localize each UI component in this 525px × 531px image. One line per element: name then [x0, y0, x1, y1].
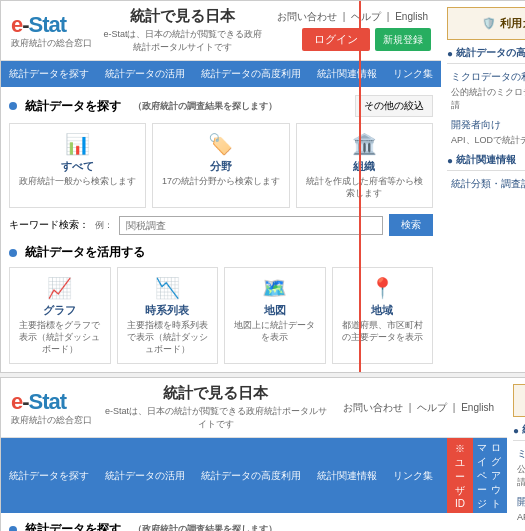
dev-desc-2: API、LODで統計データを取得: [517, 511, 525, 524]
keyword-input[interactable]: [119, 216, 383, 235]
sidebar-2: 🛡️ 利用ガイド ● 統計データの高度利用 ミクロデータの利用 公的統計のミクロ…: [507, 378, 525, 531]
search-note: （政府統計の調査結果を探します）: [133, 100, 277, 113]
search-section-header: 統計データを探す （政府統計の調査結果を探します） その他の絞込: [9, 95, 433, 117]
site-subtitle-2: e-Statは、日本の統計が閲覧できる政府統計ポータルサイトです: [102, 405, 330, 431]
logout-link[interactable]: ログアウト: [491, 441, 501, 511]
utilize-section-header: 統計データを活用する: [9, 244, 433, 261]
nav-utilize-2[interactable]: 統計データの活用: [97, 463, 193, 489]
search-cards: 📊 すべて 政府統計一般から検索します 🏷️ 分野 17の統計分野から検索します…: [9, 123, 433, 208]
card-region-desc: 都道府県、市区町村の主要データを表示: [339, 320, 427, 343]
register-button[interactable]: 新規登録: [375, 28, 431, 51]
info-title: ● 統計関連情報: [447, 153, 525, 171]
search-section-header-2: 統計データを探す （政府統計の調査結果を探します）: [9, 521, 499, 531]
all-icon: 📊: [16, 132, 139, 156]
sidebar: 🛡️ 利用ガイド ● 統計データの高度利用 ミクロデータの利用 公的統計のミクロ…: [441, 1, 525, 372]
micro-data-desc: 公的統計のミクロデータの利用申請: [451, 86, 525, 112]
card-org-title: 組織: [303, 159, 426, 174]
header-links-2: お問い合わせ | ヘルプ | English: [340, 401, 497, 415]
dev-link-2[interactable]: 開発者向け: [517, 493, 525, 511]
guide-icon: 🛡️: [482, 17, 496, 30]
help-link-2[interactable]: ヘルプ: [417, 402, 447, 413]
english-link[interactable]: English: [395, 11, 428, 22]
logo-subtitle: 政府統計の総合窓口: [11, 38, 92, 50]
header-right: お問い合わせ | ヘルプ | English ログイン 新規登録: [274, 10, 431, 51]
header-links: お問い合わせ | ヘルプ | English: [274, 10, 431, 24]
nav-right: ※ユーザID マイページ ログアウト: [441, 438, 507, 513]
micro-data-desc-2: 公的統計のミクロデータの利用申請: [517, 463, 525, 489]
english-link-2[interactable]: English: [461, 402, 494, 413]
nav-utilize[interactable]: 統計データの活用: [97, 61, 193, 87]
card-category-title: 分野: [159, 159, 282, 174]
card-org-desc: 統計を作成した府省等から検索します: [303, 176, 426, 199]
other-search-btn[interactable]: その他の絞込: [355, 95, 433, 117]
card-category[interactable]: 🏷️ 分野 17の統計分野から検索します: [152, 123, 289, 208]
search-title-2: 統計データを探す （政府統計の調査結果を探します）: [9, 521, 277, 531]
card-timeseries-title: 時系列表: [124, 303, 212, 318]
card-region[interactable]: 📍 地域 都道府県、市区町村の主要データを表示: [332, 267, 434, 364]
nav-info[interactable]: 統計関連情報: [309, 61, 385, 87]
card-region-title: 地域: [339, 303, 427, 318]
guide-btn[interactable]: 🛡️ 利用ガイド: [447, 7, 525, 40]
logo-area: e-Stat 政府統計の総合窓口: [11, 12, 92, 50]
header-2: e-Stat 政府統計の総合窓口 統計で見る日本 e-Statは、日本の統計が閲…: [1, 378, 507, 438]
nav-links[interactable]: リンク集: [385, 61, 441, 87]
logged-header-right: お問い合わせ | ヘルプ | English: [340, 401, 497, 415]
nav-left: 統計データを探す 統計データの活用 統計データの高度利用 統計関連情報 リンク集: [1, 463, 441, 489]
nav-links-2[interactable]: リンク集: [385, 463, 441, 489]
card-timeseries-desc: 主要指標を時系列表で表示（統計ダッシュボード）: [124, 320, 212, 355]
user-id-btn[interactable]: ※ユーザID: [447, 438, 473, 513]
micro-data-link-2[interactable]: ミクロデータの利用: [517, 445, 525, 463]
keyword-example-label: 例：: [95, 219, 113, 232]
card-map-desc: 地図上に統計データを表示: [231, 320, 319, 343]
utilize-title: 統計データを活用する: [9, 244, 145, 261]
guide-btn-2[interactable]: 🛡️ 利用ガイド: [513, 384, 525, 417]
main-title: 統計で見る日本: [102, 7, 264, 26]
help-link[interactable]: ヘルプ: [351, 11, 381, 22]
card-all-desc: 政府統計一般から検索します: [16, 176, 139, 188]
search-button[interactable]: 検索: [389, 214, 433, 236]
map-icon: 🗺️: [231, 276, 319, 300]
card-graph[interactable]: 📈 グラフ 主要指標をグラフで表示（統計ダッシュボード）: [9, 267, 111, 364]
nav-advanced[interactable]: 統計データの高度利用: [193, 61, 309, 87]
graph-icon: 📈: [16, 276, 104, 300]
high-use-title-2: ● 統計データの高度利用: [513, 423, 525, 441]
card-graph-desc: 主要指標をグラフで表示（統計ダッシュボード）: [16, 320, 104, 355]
micro-data-link[interactable]: ミクロデータの利用: [451, 68, 525, 86]
logo: e-Stat: [11, 12, 92, 38]
card-map-title: 地図: [231, 303, 319, 318]
nav-info-2[interactable]: 統計関連情報: [309, 463, 385, 489]
logo-area-2: e-Stat 政府統計の総合窓口: [11, 389, 92, 427]
keyword-row: キーワード検索： 例： 検索: [9, 214, 433, 236]
region-icon: 📍: [339, 276, 427, 300]
nav-user-section: 統計データを探す 統計データの活用 統計データの高度利用 統計関連情報 リンク集…: [1, 438, 507, 513]
card-all-title: すべて: [16, 159, 139, 174]
card-timeseries[interactable]: 📉 時系列表 主要指標を時系列表で表示（統計ダッシュボード）: [117, 267, 219, 364]
high-use-title: ● 統計データの高度利用: [447, 46, 525, 64]
main-title-2: 統計で見る日本: [102, 384, 330, 403]
contact-link[interactable]: お問い合わせ: [277, 11, 337, 22]
header-buttons: ログイン 新規登録: [302, 28, 431, 51]
nav-search[interactable]: 統計データを探す: [1, 61, 97, 87]
mypage-link[interactable]: マイページ: [477, 441, 487, 511]
stats-class-link[interactable]: 統計分類・調査計画等: [451, 175, 525, 193]
keyword-label: キーワード検索：: [9, 218, 89, 232]
org-icon: 🏛️: [303, 132, 426, 156]
timeseries-icon: 📉: [124, 276, 212, 300]
dev-desc: API、LODで統計データを取得: [451, 134, 525, 147]
guide-btn-label: 利用ガイド: [500, 16, 525, 31]
card-map[interactable]: 🗺️ 地図 地図上に統計データを表示: [224, 267, 326, 364]
logo-2: e-Stat: [11, 389, 92, 415]
search-title: 統計データを探す （政府統計の調査結果を探します）: [9, 98, 277, 115]
card-all[interactable]: 📊 すべて 政府統計一般から検索します: [9, 123, 146, 208]
main-nav: 統計データを探す 統計データの活用 統計データの高度利用 統計関連情報 リンク集: [1, 61, 441, 87]
contact-link-2[interactable]: お問い合わせ: [343, 402, 403, 413]
card-graph-title: グラフ: [16, 303, 104, 318]
site-subtitle: e-Statは、日本の統計が閲覧できる政府統計ポータルサイトです: [102, 28, 264, 54]
dev-link[interactable]: 開発者向け: [451, 116, 525, 134]
nav-advanced-2[interactable]: 統計データの高度利用: [193, 463, 309, 489]
header: e-Stat 政府統計の総合窓口 統計で見る日本 e-Statは、日本の統計が閲…: [1, 1, 441, 61]
utilize-cards: 📈 グラフ 主要指標をグラフで表示（統計ダッシュボード） 📉 時系列表 主要指標…: [9, 267, 433, 364]
search-note-2: （政府統計の調査結果を探します）: [133, 523, 277, 531]
nav-search-2[interactable]: 統計データを探す: [1, 463, 97, 489]
card-org[interactable]: 🏛️ 組織 統計を作成した府省等から検索します: [296, 123, 433, 208]
